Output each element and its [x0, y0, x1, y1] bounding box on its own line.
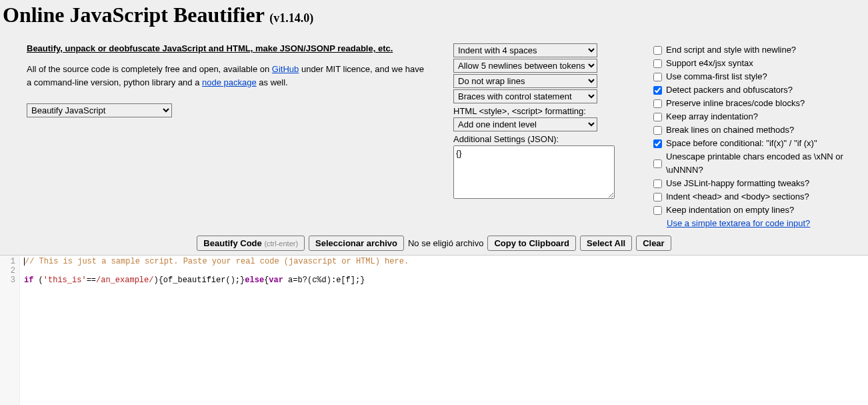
indent-head-label: Indent <head> and <body> sections?	[666, 190, 809, 204]
version-text: (v1.14.0)	[269, 11, 313, 25]
unescape-label: Unescape printable chars encoded as \xNN…	[666, 150, 868, 177]
code-line: // This is just a sample script. Paste y…	[25, 257, 409, 266]
title-text: Online JavaScript Beautifier	[3, 3, 264, 27]
settings-column: Indent with 4 spaces Allow 5 newlines be…	[453, 43, 627, 230]
description: All of the source code is completely fre…	[27, 63, 427, 89]
subtitle: Beautify, unpack or deobfuscate JavaScri…	[27, 43, 427, 53]
keep-indent-checkbox[interactable]	[653, 206, 662, 215]
end-newline-label: End script and style with newline?	[666, 43, 796, 57]
use-textarea-link[interactable]: Use a simple textarea for code input?	[667, 217, 810, 230]
github-link[interactable]: GitHub	[272, 64, 299, 74]
detect-packers-checkbox[interactable]	[653, 86, 662, 95]
line-number: 1	[0, 257, 15, 266]
intro-column: Beautify, unpack or deobfuscate JavaScri…	[27, 43, 427, 230]
space-cond-checkbox[interactable]	[653, 139, 662, 148]
line-number: 3	[0, 276, 15, 285]
file-status: No se eligió archivo	[408, 238, 483, 248]
code-line: if ('this_is'==/an_example/){of_beautifi…	[24, 276, 409, 285]
preserve-inline-label: Preserve inline braces/code blocks?	[666, 97, 805, 110]
beautify-button[interactable]: Beautify Code (ctrl-enter)	[197, 236, 305, 251]
ctrl-hint: (ctrl-enter)	[264, 240, 298, 248]
indent-select[interactable]: Indent with 4 spaces	[453, 43, 597, 57]
e4x-checkbox[interactable]	[653, 59, 662, 68]
html-format-select[interactable]: Add one indent level	[453, 117, 597, 131]
code-editor[interactable]: 1 2 3 // This is just a sample script. P…	[0, 255, 868, 405]
wrap-select[interactable]: Do not wrap lines	[453, 74, 597, 88]
keep-indent-label: Keep indentation on empty lines?	[666, 204, 794, 217]
copy-button[interactable]: Copy to Clipboard	[487, 236, 576, 251]
jslint-checkbox[interactable]	[653, 179, 662, 188]
page-title: Online JavaScript Beautifier (v1.14.0)	[0, 0, 868, 27]
desc-text3: as well.	[257, 77, 288, 87]
line-gutter: 1 2 3	[0, 256, 20, 405]
keep-array-label: Keep array indentation?	[666, 110, 758, 123]
desc-text: All of the source code is completely fre…	[27, 64, 272, 74]
break-chained-checkbox[interactable]	[653, 126, 662, 135]
node-package-link[interactable]: node package	[202, 77, 257, 87]
code-area[interactable]: // This is just a sample script. Paste y…	[20, 256, 409, 405]
toolbar: Beautify Code (ctrl-enter) Seleccionar a…	[0, 230, 868, 255]
space-cond-label: Space before conditional: "if(x)" / "if …	[666, 137, 817, 150]
checkbox-column: End script and style with newline? Suppo…	[653, 43, 868, 230]
select-all-button[interactable]: Select All	[580, 236, 632, 251]
end-newline-checkbox[interactable]	[653, 46, 662, 55]
unescape-checkbox[interactable]	[653, 159, 662, 168]
line-number: 2	[0, 266, 15, 276]
additional-settings-input[interactable]	[453, 145, 615, 199]
comma-first-checkbox[interactable]	[653, 73, 662, 81]
html-format-label: HTML <style>, <script> formatting:	[453, 106, 627, 116]
language-select[interactable]: Beautify JavaScript	[27, 103, 172, 117]
jslint-label: Use JSLint-happy formatting tweaks?	[666, 177, 809, 190]
keep-array-checkbox[interactable]	[653, 113, 662, 121]
additional-label: Additional Settings (JSON):	[453, 134, 627, 144]
preserve-inline-checkbox[interactable]	[653, 99, 662, 108]
e4x-label: Support e4x/jsx syntax	[666, 57, 753, 70]
clear-button[interactable]: Clear	[636, 236, 671, 251]
indent-head-checkbox[interactable]	[653, 193, 662, 201]
comma-first-label: Use comma-first list style?	[666, 70, 767, 83]
braces-select[interactable]: Braces with control statement	[453, 89, 597, 103]
break-chained-label: Break lines on chained methods?	[666, 123, 794, 137]
file-select-button[interactable]: Seleccionar archivo	[309, 236, 404, 251]
detect-packers-label: Detect packers and obfuscators?	[666, 83, 793, 97]
newlines-select[interactable]: Allow 5 newlines between tokens	[453, 59, 597, 73]
